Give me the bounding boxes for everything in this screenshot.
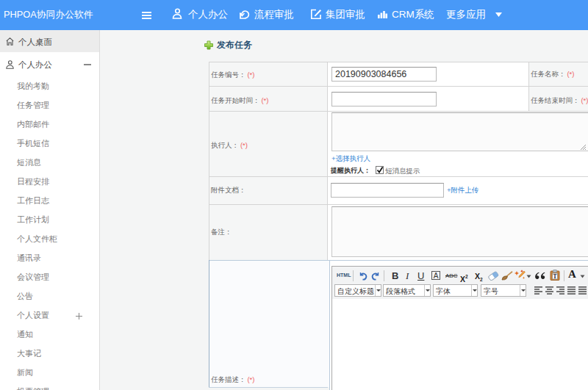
svg-text:T: T <box>553 273 556 280</box>
